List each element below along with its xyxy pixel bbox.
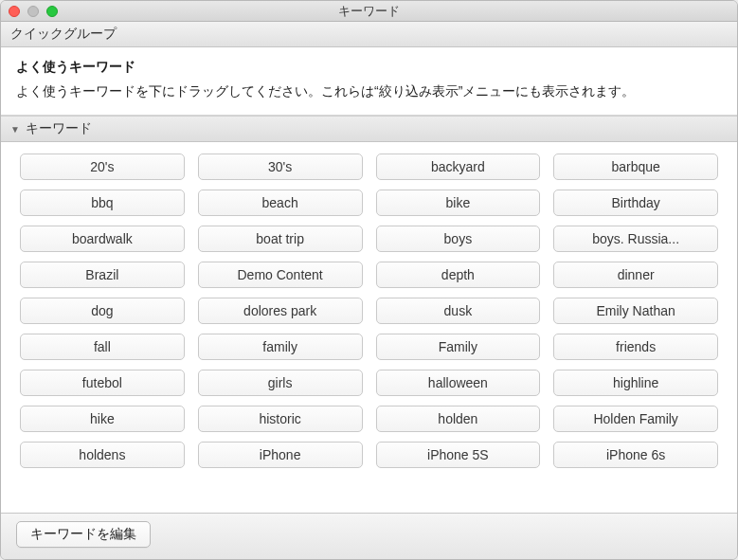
keyword-tag[interactable]: historic	[198, 406, 363, 432]
keyword-tag[interactable]: Birthday	[553, 190, 718, 216]
traffic-lights	[1, 6, 58, 17]
keyword-tag[interactable]: boys. Russia...	[553, 226, 718, 252]
footer: キーワードを編集	[1, 513, 737, 559]
window-title: キーワード	[1, 3, 737, 20]
keyword-tag[interactable]: boardwalk	[20, 226, 185, 252]
keyword-tag[interactable]: backyard	[376, 154, 541, 180]
keyword-tag[interactable]: boat trip	[198, 226, 363, 252]
minimize-icon[interactable]	[27, 6, 39, 17]
intro-description: よく使うキーワードを下にドラッグしてください。これらは“絞り込み表示”メニューに…	[16, 81, 722, 101]
keyword-tag[interactable]: dusk	[376, 298, 541, 324]
keyword-tag[interactable]: girls	[198, 370, 363, 396]
edit-keywords-button[interactable]: キーワードを編集	[16, 521, 151, 548]
intro-title: よく使うキーワード	[16, 59, 722, 76]
close-icon[interactable]	[9, 6, 20, 17]
keyword-tag[interactable]: hike	[20, 406, 185, 432]
maximize-icon[interactable]	[46, 6, 58, 17]
keyword-tag[interactable]: dinner	[553, 262, 718, 288]
intro-section: よく使うキーワード よく使うキーワードを下にドラッグしてください。これらは“絞り…	[1, 47, 737, 116]
chevron-down-icon: ▼	[10, 124, 20, 135]
keyword-tag[interactable]: holden	[376, 406, 541, 432]
keyword-tag[interactable]: boys	[376, 226, 541, 252]
keyword-tag[interactable]: beach	[198, 190, 363, 216]
keyword-manager-window: キーワード クイックグループ よく使うキーワード よく使うキーワードを下にドラッ…	[0, 0, 738, 560]
keyword-grid-container: 20's30'sbackyardbarbquebbqbeachbikeBirth…	[1, 142, 737, 513]
keyword-tag[interactable]: Holden Family	[553, 406, 718, 432]
keyword-tag[interactable]: barbque	[553, 154, 718, 180]
keyword-tag[interactable]: 20's	[20, 154, 185, 180]
quick-group-header: クイックグループ	[1, 22, 737, 47]
keyword-tag[interactable]: holdens	[20, 442, 185, 468]
keyword-tag[interactable]: Emily Nathan	[553, 298, 718, 324]
titlebar: キーワード	[1, 1, 737, 22]
keyword-tag[interactable]: Demo Content	[198, 262, 363, 288]
keyword-tag[interactable]: futebol	[20, 370, 185, 396]
keyword-tag[interactable]: dog	[20, 298, 185, 324]
keyword-tag[interactable]: dolores park	[198, 298, 363, 324]
keyword-tag[interactable]: iPhone 6s	[553, 442, 718, 468]
keyword-tag[interactable]: depth	[376, 262, 541, 288]
keyword-tag[interactable]: bike	[376, 190, 541, 216]
keywords-header-label: キーワード	[26, 120, 92, 137]
keyword-tag[interactable]: 30's	[198, 154, 363, 180]
keywords-disclosure[interactable]: ▼ キーワード	[1, 116, 737, 142]
keyword-tag[interactable]: family	[198, 334, 363, 360]
keyword-tag[interactable]: highline	[553, 370, 718, 396]
keyword-tag[interactable]: halloween	[376, 370, 541, 396]
keyword-tag[interactable]: iPhone 5S	[376, 442, 541, 468]
keyword-tag[interactable]: friends	[553, 334, 718, 360]
keyword-tag[interactable]: bbq	[20, 190, 185, 216]
keyword-tag[interactable]: Brazil	[20, 262, 185, 288]
keyword-tag[interactable]: fall	[20, 334, 185, 360]
keyword-tag[interactable]: iPhone	[198, 442, 363, 468]
keyword-grid: 20's30'sbackyardbarbquebbqbeachbikeBirth…	[20, 154, 718, 468]
keyword-tag[interactable]: Family	[376, 334, 541, 360]
